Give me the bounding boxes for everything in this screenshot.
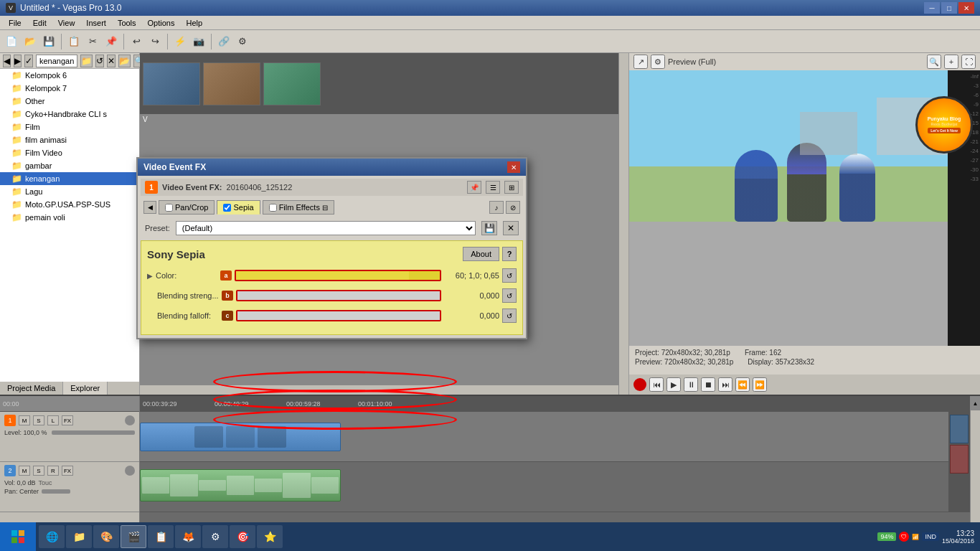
center-scrollbar-h[interactable] bbox=[140, 385, 618, 395]
taskbar-settings[interactable]: ⚙ bbox=[202, 525, 228, 548]
preview-fullscreen-btn[interactable]: ⛶ bbox=[961, 55, 976, 69]
tree-item-gambar[interactable]: 📁gambar bbox=[0, 159, 139, 172]
taskbar-mediainfo[interactable]: 📋 bbox=[148, 525, 174, 548]
audio-pan-slider[interactable] bbox=[42, 489, 70, 494]
play-button[interactable]: ▶ bbox=[666, 377, 681, 392]
menu-help[interactable]: Help bbox=[180, 17, 208, 29]
nav-refresh-button[interactable]: ↺ bbox=[95, 55, 104, 67]
undo-button[interactable]: ↩ bbox=[128, 33, 145, 50]
snap-button[interactable]: 🔗 bbox=[215, 33, 232, 50]
blending-falloff-slider[interactable] bbox=[236, 310, 441, 321]
nav-check-button[interactable]: ✓ bbox=[24, 55, 33, 67]
menu-insert[interactable]: Insert bbox=[80, 17, 112, 29]
tree-item-film-video[interactable]: 📁Film Video bbox=[0, 146, 139, 159]
render-button[interactable]: ⚡ bbox=[171, 33, 189, 50]
color-reset-btn[interactable]: ↺ bbox=[502, 268, 517, 283]
color-expand-icon[interactable]: ▶ bbox=[147, 272, 153, 280]
fx-audio-btn[interactable]: ♪ bbox=[489, 201, 504, 214]
video-track-mute[interactable]: M bbox=[19, 415, 30, 425]
nav-back-button[interactable]: ◀ bbox=[3, 55, 11, 67]
taskbar-firefox[interactable]: 🦊 bbox=[175, 525, 201, 548]
preview-zoom-in-btn[interactable]: + bbox=[944, 55, 958, 69]
preview-settings-btn[interactable]: ⚙ bbox=[651, 55, 665, 69]
bs-reset-btn[interactable]: ↺ bbox=[502, 288, 517, 303]
tree-item-kelompok6[interactable]: 📁Kelompok 6 bbox=[0, 69, 139, 82]
tree-item-film-animasi[interactable]: 📁film animasi bbox=[0, 133, 139, 146]
sepia-checkbox[interactable] bbox=[223, 204, 231, 212]
tree-item-cyko[interactable]: 📁Cyko+Handbrake CLI s bbox=[0, 108, 139, 121]
save-button[interactable]: 💾 bbox=[40, 33, 57, 50]
taskbar-vlc[interactable]: 🎯 bbox=[230, 525, 255, 548]
new-file-button[interactable]: 📄 bbox=[3, 33, 20, 50]
tree-item-pemain[interactable]: 📁pemain voli bbox=[0, 211, 139, 224]
blending-strength-slider[interactable] bbox=[236, 290, 441, 301]
tree-item-film[interactable]: 📁Film bbox=[0, 121, 139, 133]
bf-reset-btn[interactable]: ↺ bbox=[502, 309, 517, 323]
maximize-button[interactable]: □ bbox=[941, 2, 957, 14]
slow-reverse-button[interactable]: ⏪ bbox=[735, 377, 750, 392]
tree-item-other[interactable]: 📁Other bbox=[0, 95, 139, 108]
cut-button[interactable]: ✂ bbox=[84, 33, 101, 50]
minimize-button[interactable]: ─ bbox=[924, 2, 940, 14]
fx-pin-button[interactable]: 📌 bbox=[467, 181, 481, 194]
nav-stop-button[interactable]: ✕ bbox=[107, 55, 116, 67]
video-clip[interactable] bbox=[140, 423, 341, 451]
copy-button[interactable]: 📋 bbox=[65, 33, 83, 50]
preview-external-btn[interactable]: ↗ bbox=[633, 55, 648, 69]
tree-item-kenangan[interactable]: 📁kenangan bbox=[0, 172, 139, 185]
tab-project-media[interactable]: Project Media bbox=[0, 382, 63, 395]
open-button[interactable]: 📂 bbox=[22, 33, 39, 50]
record-button[interactable] bbox=[633, 378, 646, 391]
preview-zoom-out-btn[interactable]: 🔍 bbox=[927, 55, 941, 69]
fx-list-button[interactable]: ☰ bbox=[486, 181, 500, 194]
preset-save-btn[interactable]: 💾 bbox=[481, 221, 497, 235]
video-track-expand[interactable] bbox=[125, 415, 135, 425]
prev-frame-button[interactable]: ⏮ bbox=[649, 377, 664, 392]
tree-item-motogp[interactable]: 📁Moto.GP.USA.PSP-SUS bbox=[0, 198, 139, 211]
audio-track-expand[interactable] bbox=[125, 466, 135, 476]
paste-button[interactable]: 📌 bbox=[103, 33, 120, 50]
pause-button[interactable]: ⏸ bbox=[684, 377, 698, 392]
tree-item-lagu[interactable]: 📁Lagu bbox=[0, 185, 139, 198]
menu-edit[interactable]: Edit bbox=[27, 17, 52, 29]
nav-browse-button[interactable]: 📁 bbox=[80, 55, 93, 67]
film-effects-checkbox[interactable] bbox=[269, 204, 277, 212]
tab-pan-crop[interactable]: Pan/Crop bbox=[159, 200, 215, 215]
fx-bypass-btn[interactable]: ⊘ bbox=[506, 201, 520, 214]
audio-track-solo[interactable]: S bbox=[33, 466, 44, 476]
audio-track-fx[interactable]: FX bbox=[62, 466, 73, 476]
dialog-close-button[interactable]: ✕ bbox=[507, 161, 520, 173]
taskbar-ie[interactable]: 🌐 bbox=[39, 525, 65, 548]
tree-item-kelompok7[interactable]: 📁Kelompok 7 bbox=[0, 82, 139, 95]
timeline-scrollbar-v[interactable]: ▲ ▼ bbox=[970, 396, 980, 538]
redo-button[interactable]: ↪ bbox=[146, 33, 164, 50]
settings-button[interactable]: ⚙ bbox=[234, 33, 251, 50]
fx-expand-button[interactable]: ⊞ bbox=[504, 181, 519, 194]
tab-scroll-left[interactable]: ◀ bbox=[143, 201, 156, 214]
menu-file[interactable]: File bbox=[3, 17, 27, 29]
help-button[interactable]: ? bbox=[502, 247, 517, 261]
taskbar-explorer[interactable]: 📁 bbox=[66, 525, 92, 548]
tab-film-effects[interactable]: Film Effects ⊟ bbox=[263, 200, 334, 215]
preset-select[interactable]: (Default) bbox=[176, 221, 476, 235]
center-scrollbar-v[interactable] bbox=[618, 53, 628, 395]
audio-clip[interactable] bbox=[140, 469, 341, 501]
next-frame-button[interactable]: ⏭ bbox=[718, 377, 732, 392]
close-button[interactable]: ✕ bbox=[958, 2, 974, 14]
color-slider[interactable] bbox=[235, 270, 441, 281]
audio-track-mute[interactable]: M bbox=[19, 466, 30, 476]
taskbar-photoshop[interactable]: 🎨 bbox=[93, 525, 119, 548]
video-track-loop[interactable]: L bbox=[47, 415, 59, 425]
preset-delete-btn[interactable]: ✕ bbox=[503, 221, 519, 235]
stop-button[interactable]: ⏹ bbox=[701, 377, 715, 392]
video-track-solo[interactable]: S bbox=[33, 415, 44, 425]
taskbar-vegas[interactable]: 🎬 bbox=[121, 525, 146, 548]
pan-crop-checkbox[interactable] bbox=[165, 204, 173, 212]
start-button[interactable] bbox=[0, 522, 36, 551]
tab-sepia[interactable]: Sepia bbox=[217, 200, 260, 215]
video-track-fx[interactable]: FX bbox=[62, 415, 73, 425]
taskbar-extra[interactable]: ⭐ bbox=[257, 525, 283, 548]
slow-forward-button[interactable]: ⏩ bbox=[753, 377, 767, 392]
nav-forward-button[interactable]: ▶ bbox=[14, 55, 22, 67]
about-button[interactable]: About bbox=[463, 247, 499, 261]
